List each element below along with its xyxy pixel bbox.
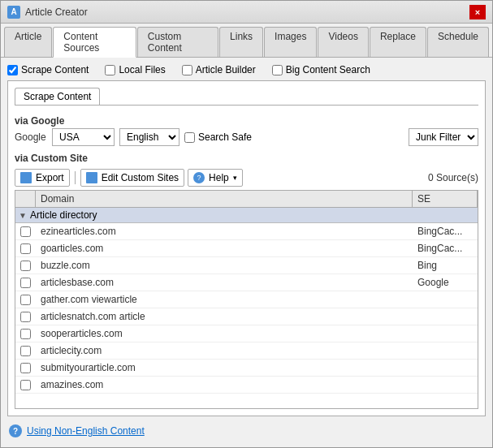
table-row[interactable]: buzzle.com Bing [15,257,478,274]
table-row[interactable]: articlecity.com [15,342,478,360]
help-button[interactable]: ? Help ▾ [188,169,243,187]
table-header: Domain SE [15,191,478,208]
title-bar: A Article Creator × [1,1,492,24]
row-checkbox[interactable] [15,258,36,274]
close-button[interactable]: × [469,5,486,19]
row-domain: sooperarticles.com [36,325,413,342]
row-se: BingCac... [413,223,478,239]
table-row[interactable]: sooperarticles.com [15,325,478,342]
tab-replace[interactable]: Replace [370,27,426,57]
row-checkbox[interactable] [15,309,36,325]
via-google-label: via Google [15,115,478,127]
table-row[interactable]: gather.com viewarticle [15,291,478,308]
tab-content-sources[interactable]: Content Sources [53,27,136,58]
row-se: BingCac... [413,240,478,256]
row-domain: buzzle.com [36,257,413,274]
title-bar-left: A Article Creator [7,6,88,19]
row-domain: ezinearticles.com [36,223,413,239]
row-checkbox[interactable] [15,224,36,239]
scrape-content-checkbox[interactable]: Scrape Content [7,64,89,75]
row-checkbox[interactable] [15,377,36,393]
row-domain: articlesbase.com [36,274,413,291]
tab-links[interactable]: Links [219,27,263,57]
row-domain: submityourarticle.com [36,360,413,376]
toolbar-separator [75,171,76,184]
table-row[interactable]: articlesbase.com Google [15,274,478,291]
tab-schedule[interactable]: Schedule [427,27,489,57]
country-select[interactable]: USA UK Canada Australia [52,128,115,146]
row-se: Bing [413,257,478,274]
search-safe-checkbox[interactable]: Search Safe [184,131,252,143]
via-custom-site-section: via Custom Site Export Edit Custom Sites… [15,153,478,409]
main-tab-bar: Article Content Sources Custom Content L… [1,24,492,58]
language-select[interactable]: English Spanish French German [119,128,179,146]
row-checkbox[interactable] [15,241,36,256]
domain-table: Domain SE ▼ Article directory ezineartic… [15,190,478,409]
main-window: A Article Creator × Article Content Sour… [0,0,493,448]
export-icon [20,172,32,183]
google-row: Google USA UK Canada Australia English S… [15,128,478,146]
row-domain: articlesnatch.com article [36,308,413,325]
group-header-article-directory[interactable]: ▼ Article directory [15,208,478,223]
row-checkbox[interactable] [15,275,36,291]
row-se [413,365,478,370]
footer: ? Using Non-English Content [7,421,486,441]
tab-article[interactable]: Article [4,27,52,57]
via-google-section: via Google Google USA UK Canada Australi… [15,115,478,146]
group-arrow-icon: ▼ [19,211,27,220]
row-se: Google [413,274,478,291]
window-title: Article Creator [25,6,88,18]
local-files-checkbox[interactable]: Local Files [105,64,165,75]
content-area: Scrape Content Local Files Article Build… [1,58,492,447]
via-custom-site-label: via Custom Site [15,153,478,164]
row-checkbox[interactable] [15,343,36,359]
row-checkbox[interactable] [15,292,36,308]
row-domain: amazines.com [36,377,413,393]
row-checkbox[interactable] [15,360,36,376]
tab-images[interactable]: Images [264,27,317,57]
custom-site-toolbar: Export Edit Custom Sites ? Help ▾ 0 Sour… [15,169,478,187]
th-checkbox [15,191,36,207]
source-type-row: Scrape Content Local Files Article Build… [7,64,486,75]
junk-filter-select[interactable]: Junk Filter Low Medium High [409,128,478,146]
app-icon: A [7,6,20,19]
non-english-link[interactable]: Using Non-English Content [27,425,145,437]
table-row[interactable]: goarticles.com BingCac... [15,240,478,257]
table-body[interactable]: ▼ Article directory ezinearticles.com Bi… [15,208,478,408]
row-se [413,382,478,387]
th-se: SE [413,191,478,207]
row-checkbox[interactable] [15,326,36,342]
tab-custom-content[interactable]: Custom Content [137,27,218,57]
sub-tab-scrape-content[interactable]: Scrape Content [15,88,100,105]
row-domain: articlecity.com [36,342,413,359]
group-label: Article directory [30,209,97,221]
row-se [413,348,478,353]
table-row[interactable]: articlesnatch.com article [15,308,478,325]
table-row[interactable]: submityourarticle.com [15,360,478,377]
row-domain: gather.com viewarticle [36,291,413,308]
table-row[interactable]: ezinearticles.com BingCac... [15,223,478,240]
article-builder-checkbox[interactable]: Article Builder [182,64,256,75]
row-se [413,314,478,319]
main-panel: Scrape Content via Google Google USA UK … [7,80,486,416]
big-content-search-checkbox[interactable]: Big Content Search [272,64,370,75]
row-domain: goarticles.com [36,240,413,256]
row-se [413,297,478,302]
tab-videos[interactable]: Videos [318,27,368,57]
edit-icon [86,172,97,183]
table-row[interactable]: amazines.com [15,377,478,394]
help-dropdown-arrow: ▾ [233,174,237,182]
row-se [413,331,478,336]
sub-tab-bar: Scrape Content [15,88,478,106]
footer-help-icon[interactable]: ? [9,424,22,437]
help-icon: ? [193,172,205,183]
google-text-label: Google [15,131,47,143]
edit-custom-sites-button[interactable]: Edit Custom Sites [80,169,184,187]
export-button[interactable]: Export [15,169,70,187]
sources-count: 0 Source(s) [428,172,478,183]
th-domain: Domain [36,191,413,207]
